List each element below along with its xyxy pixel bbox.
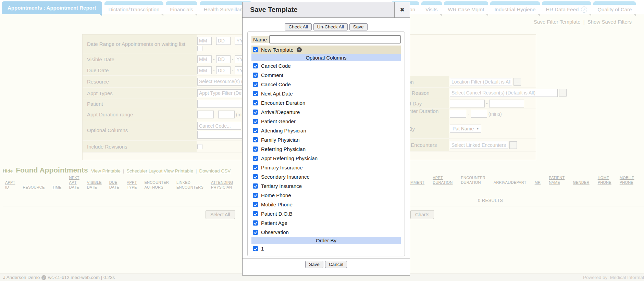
optional-column-label: Comment <box>261 72 283 78</box>
optional-column-label: Secondary Insurance <box>261 174 310 180</box>
optional-column-row[interactable]: Cancel Code <box>251 61 401 71</box>
optional-column-row[interactable]: Patient D.O.B <box>251 209 401 218</box>
optional-column-label: Family Physician <box>261 137 300 143</box>
save-template-dialog: Save Template ✖ Check All Un-Check All S… <box>242 2 410 276</box>
optional-column-row[interactable]: Next Apt Date <box>251 89 401 98</box>
optional-column-label: Observation <box>261 229 289 235</box>
optional-column-row[interactable]: Cancel Code <box>251 80 401 89</box>
checkbox-checked-icon[interactable] <box>253 174 258 179</box>
checkbox-checked-icon[interactable] <box>253 110 258 115</box>
checkbox-checked-icon[interactable] <box>253 91 258 96</box>
checkbox-checked-icon[interactable] <box>253 246 258 251</box>
checkbox-checked-icon[interactable] <box>253 220 258 226</box>
optional-column-label: Patient D.O.B <box>261 211 293 217</box>
optional-column-row[interactable]: Referring Physician <box>251 144 401 154</box>
checkbox-checked-icon[interactable] <box>253 165 258 170</box>
template-name-input[interactable] <box>269 35 401 43</box>
order-by-item-label: 1 <box>261 246 264 252</box>
optional-column-row[interactable]: Home Phone <box>251 191 401 200</box>
optional-column-row[interactable]: Patient Gender <box>251 117 401 126</box>
checkbox-checked-icon[interactable] <box>253 202 258 207</box>
checkbox-checked-icon[interactable] <box>253 156 258 161</box>
template-name-label: Name <box>251 36 269 43</box>
optional-columns-list: Cancel Code Comment Cancel Code <box>251 61 401 237</box>
checkbox-checked-icon[interactable] <box>253 183 258 189</box>
optional-column-row[interactable]: Family Physician <box>251 135 401 144</box>
optional-column-row[interactable]: Observation <box>251 228 401 237</box>
optional-column-row[interactable]: Tertiary Insurance <box>251 181 401 191</box>
order-by-section-header: Order By <box>251 237 401 244</box>
optional-column-row[interactable]: Patient Age <box>251 218 401 228</box>
optional-column-row[interactable]: Encounter Duration <box>251 98 401 107</box>
dialog-footer: Save Cancel <box>243 258 410 268</box>
cancel-button[interactable]: Cancel <box>325 261 347 268</box>
optional-column-row[interactable]: Appt Referring Physician <box>251 154 401 163</box>
optional-column-label: Arrival/Departure <box>261 109 300 115</box>
checkbox-checked-icon[interactable] <box>253 128 258 133</box>
order-by-row[interactable]: 1 <box>251 244 401 253</box>
checkbox-checked-icon[interactable] <box>253 63 258 68</box>
uncheck-all-button[interactable]: Un-Check All <box>313 23 348 30</box>
template-options-panel: Name New Template ? Optional Columns Can… <box>247 31 405 256</box>
optional-columns-section-header: Optional Columns <box>251 54 401 61</box>
checkbox-checked-icon[interactable] <box>253 47 258 52</box>
checkbox-checked-icon[interactable] <box>253 211 258 216</box>
optional-column-label: Attending Physician <box>261 128 306 133</box>
checkbox-checked-icon[interactable] <box>253 82 258 87</box>
optional-column-label: Mobile Phone <box>261 202 293 207</box>
optional-column-label: Next Apt Date <box>261 91 293 97</box>
optional-column-label: Appt Referring Physician <box>261 155 318 161</box>
optional-column-row[interactable]: Mobile Phone <box>251 200 401 209</box>
help-icon[interactable]: ? <box>297 47 302 52</box>
optional-column-row[interactable]: Secondary Insurance <box>251 172 401 181</box>
optional-column-label: Patient Age <box>261 220 287 226</box>
optional-column-row[interactable]: Attending Physician <box>251 126 401 135</box>
close-icon[interactable]: ✖ <box>394 2 410 17</box>
dialog-header: Save Template ✖ <box>243 2 410 18</box>
optional-column-label: Patient Gender <box>261 118 296 124</box>
checkbox-checked-icon[interactable] <box>253 137 258 142</box>
optional-column-row[interactable]: Arrival/Departure <box>251 107 401 117</box>
checkbox-checked-icon[interactable] <box>253 230 258 235</box>
check-all-button[interactable]: Check All <box>285 23 311 30</box>
new-template-label: New Template <box>261 47 294 53</box>
template-name-row: Name <box>251 35 401 43</box>
webchart-app: Appointments : Appointment Report Dictat… <box>0 0 644 281</box>
checkbox-checked-icon[interactable] <box>253 100 258 105</box>
optional-column-row[interactable]: Comment <box>251 71 401 80</box>
save-button-top[interactable]: Save <box>349 23 368 30</box>
checkbox-checked-icon[interactable] <box>253 119 258 124</box>
optional-column-label: Encounter Duration <box>261 100 305 106</box>
optional-column-label: Cancel Code <box>261 81 291 87</box>
optional-column-label: Primary Insurance <box>261 165 303 170</box>
new-template-row[interactable]: New Template ? <box>251 46 401 54</box>
optional-column-label: Home Phone <box>261 192 291 198</box>
dialog-title: Save Template <box>243 2 394 17</box>
optional-column-label: Tertiary Insurance <box>261 183 302 189</box>
optional-column-label: Cancel Code <box>261 63 291 69</box>
save-button[interactable]: Save <box>305 261 323 268</box>
order-by-list: 1 <box>251 244 401 253</box>
checkbox-checked-icon[interactable] <box>253 73 258 78</box>
optional-column-label: Referring Physician <box>261 146 306 152</box>
dialog-toolbar: Check All Un-Check All Save <box>243 23 410 30</box>
optional-column-row[interactable]: Primary Insurance <box>251 163 401 172</box>
checkbox-checked-icon[interactable] <box>253 146 258 152</box>
checkbox-checked-icon[interactable] <box>253 193 258 198</box>
